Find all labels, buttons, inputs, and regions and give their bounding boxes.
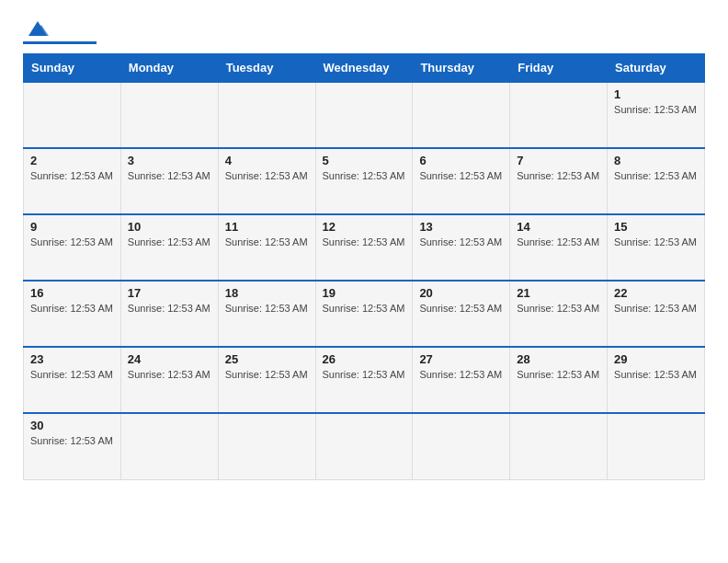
day-number: 1 bbox=[614, 87, 698, 101]
day-number: 16 bbox=[30, 286, 114, 300]
calendar-week-row: 23Sunrise: 12:53 AM24Sunrise: 12:53 AM25… bbox=[24, 347, 705, 413]
day-number: 15 bbox=[614, 220, 698, 234]
calendar-cell: 11Sunrise: 12:53 AM bbox=[218, 214, 315, 281]
calendar-cell: 28Sunrise: 12:53 AM bbox=[510, 347, 608, 413]
calendar-cell: 18Sunrise: 12:53 AM bbox=[218, 281, 315, 347]
calendar-cell: 6Sunrise: 12:53 AM bbox=[413, 148, 510, 214]
day-sunrise: Sunrise: 12:53 AM bbox=[30, 303, 114, 314]
day-number: 13 bbox=[419, 220, 503, 234]
calendar-cell bbox=[510, 82, 608, 148]
day-number: 26 bbox=[323, 352, 406, 366]
day-number: 12 bbox=[323, 220, 406, 234]
day-number: 22 bbox=[614, 286, 698, 300]
day-number: 6 bbox=[419, 154, 503, 167]
logo bbox=[23, 18, 97, 44]
calendar-cell: 30Sunrise: 12:53 AM bbox=[24, 413, 121, 479]
calendar-cell bbox=[608, 413, 705, 479]
day-number: 17 bbox=[128, 286, 211, 300]
calendar-cell: 26Sunrise: 12:53 AM bbox=[315, 347, 413, 413]
calendar-cell: 12Sunrise: 12:53 AM bbox=[315, 214, 413, 281]
day-number: 11 bbox=[225, 220, 309, 234]
day-sunrise: Sunrise: 12:53 AM bbox=[419, 170, 503, 181]
calendar-cell bbox=[24, 82, 121, 148]
calendar-cell: 10Sunrise: 12:53 AM bbox=[120, 214, 218, 281]
header-wednesday: Wednesday bbox=[315, 54, 413, 83]
calendar-cell: 14Sunrise: 12:53 AM bbox=[510, 214, 608, 281]
day-sunrise: Sunrise: 12:53 AM bbox=[128, 303, 211, 314]
day-sunrise: Sunrise: 12:53 AM bbox=[128, 369, 211, 380]
day-number: 19 bbox=[323, 286, 406, 300]
day-number: 20 bbox=[419, 286, 503, 300]
day-number: 10 bbox=[128, 220, 211, 234]
day-sunrise: Sunrise: 12:53 AM bbox=[614, 369, 698, 380]
day-sunrise: Sunrise: 12:53 AM bbox=[30, 170, 114, 181]
logo-underline bbox=[23, 41, 97, 44]
calendar-cell bbox=[120, 413, 218, 479]
calendar-cell: 8Sunrise: 12:53 AM bbox=[608, 148, 705, 214]
header-friday: Friday bbox=[510, 54, 608, 83]
calendar-cell: 21Sunrise: 12:53 AM bbox=[510, 281, 608, 347]
calendar-cell: 5Sunrise: 12:53 AM bbox=[315, 148, 413, 214]
day-sunrise: Sunrise: 12:53 AM bbox=[323, 369, 406, 380]
day-number: 21 bbox=[517, 286, 600, 300]
day-sunrise: Sunrise: 12:53 AM bbox=[419, 236, 503, 247]
calendar-cell: 13Sunrise: 12:53 AM bbox=[413, 214, 510, 281]
calendar-week-row: 16Sunrise: 12:53 AM17Sunrise: 12:53 AM18… bbox=[24, 281, 705, 347]
day-sunrise: Sunrise: 12:53 AM bbox=[128, 170, 211, 181]
day-number: 4 bbox=[225, 154, 309, 167]
calendar-cell bbox=[413, 82, 510, 148]
calendar-cell: 7Sunrise: 12:53 AM bbox=[510, 148, 608, 214]
day-sunrise: Sunrise: 12:53 AM bbox=[225, 369, 309, 380]
calendar-cell: 23Sunrise: 12:53 AM bbox=[24, 347, 121, 413]
calendar-cell bbox=[218, 413, 315, 479]
calendar-cell bbox=[218, 82, 315, 148]
calendar-week-row: 30Sunrise: 12:53 AM bbox=[24, 413, 705, 479]
calendar-cell: 16Sunrise: 12:53 AM bbox=[24, 281, 121, 347]
calendar-cell bbox=[510, 413, 608, 479]
calendar-cell bbox=[120, 82, 218, 148]
header-monday: Monday bbox=[120, 54, 218, 83]
day-number: 25 bbox=[225, 352, 309, 366]
calendar-cell: 4Sunrise: 12:53 AM bbox=[218, 148, 315, 214]
header-saturday: Saturday bbox=[608, 54, 705, 83]
calendar-cell bbox=[413, 413, 510, 479]
day-number: 3 bbox=[128, 154, 211, 167]
day-sunrise: Sunrise: 12:53 AM bbox=[614, 104, 698, 115]
calendar-week-row: 9Sunrise: 12:53 AM10Sunrise: 12:53 AM11S… bbox=[24, 214, 705, 281]
day-sunrise: Sunrise: 12:53 AM bbox=[419, 303, 503, 314]
day-sunrise: Sunrise: 12:53 AM bbox=[323, 170, 406, 181]
calendar-cell: 20Sunrise: 12:53 AM bbox=[413, 281, 510, 347]
day-number: 5 bbox=[323, 154, 406, 167]
day-sunrise: Sunrise: 12:53 AM bbox=[30, 435, 114, 446]
day-number: 14 bbox=[517, 220, 600, 234]
calendar-cell: 19Sunrise: 12:53 AM bbox=[315, 281, 413, 347]
day-number: 30 bbox=[30, 419, 114, 432]
calendar-cell: 24Sunrise: 12:53 AM bbox=[120, 347, 218, 413]
day-sunrise: Sunrise: 12:53 AM bbox=[517, 369, 600, 380]
calendar-cell: 22Sunrise: 12:53 AM bbox=[608, 281, 705, 347]
day-sunrise: Sunrise: 12:53 AM bbox=[30, 369, 114, 380]
day-sunrise: Sunrise: 12:53 AM bbox=[225, 170, 309, 181]
day-sunrise: Sunrise: 12:53 AM bbox=[128, 236, 211, 247]
calendar-cell: 9Sunrise: 12:53 AM bbox=[24, 214, 121, 281]
calendar-week-row: 2Sunrise: 12:53 AM3Sunrise: 12:53 AM4Sun… bbox=[24, 148, 705, 214]
header-thursday: Thursday bbox=[413, 54, 510, 83]
day-sunrise: Sunrise: 12:53 AM bbox=[30, 236, 114, 247]
calendar-cell: 1Sunrise: 12:53 AM bbox=[608, 82, 705, 148]
day-number: 27 bbox=[419, 352, 503, 366]
day-sunrise: Sunrise: 12:53 AM bbox=[614, 303, 698, 314]
day-number: 2 bbox=[30, 154, 114, 167]
day-number: 23 bbox=[30, 352, 114, 366]
day-number: 7 bbox=[517, 154, 600, 167]
day-number: 18 bbox=[225, 286, 309, 300]
calendar-week-row: 1Sunrise: 12:53 AM bbox=[24, 82, 705, 148]
day-sunrise: Sunrise: 12:53 AM bbox=[225, 303, 309, 314]
calendar-cell: 27Sunrise: 12:53 AM bbox=[413, 347, 510, 413]
day-sunrise: Sunrise: 12:53 AM bbox=[323, 236, 406, 247]
calendar-cell: 29Sunrise: 12:53 AM bbox=[608, 347, 705, 413]
day-sunrise: Sunrise: 12:53 AM bbox=[225, 236, 309, 247]
calendar-cell: 3Sunrise: 12:53 AM bbox=[120, 148, 218, 214]
day-sunrise: Sunrise: 12:53 AM bbox=[517, 303, 600, 314]
day-number: 24 bbox=[128, 352, 211, 366]
calendar-cell: 17Sunrise: 12:53 AM bbox=[120, 281, 218, 347]
